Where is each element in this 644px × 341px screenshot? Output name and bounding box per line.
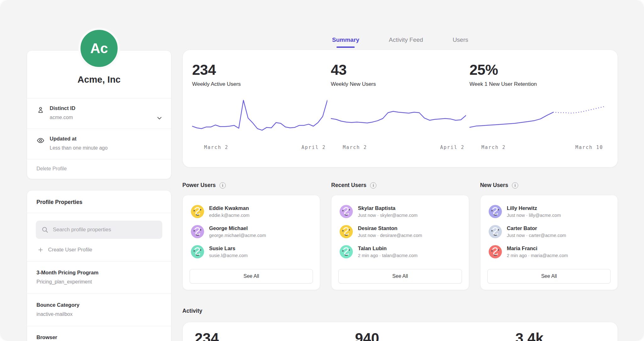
x-tick: March 2 xyxy=(343,145,367,150)
user-list-item[interactable]: Susie Lars susie.l@acme.com xyxy=(190,242,313,262)
stat-value: 234 xyxy=(192,61,331,78)
user-name: Carter Bator xyxy=(507,225,566,231)
user-list-item[interactable]: Eddie Kwakman eddie.k@acme.com xyxy=(190,201,313,222)
user-avatar xyxy=(489,245,502,258)
delete-profile-button[interactable]: Delete Profile xyxy=(27,159,171,179)
recent-users-title: Recent Users xyxy=(331,182,366,189)
avatar-face-icon xyxy=(340,205,353,218)
person-icon xyxy=(36,106,45,120)
search-input[interactable] xyxy=(36,221,162,239)
weekly-active-users-chart xyxy=(192,95,327,142)
user-subtitle: Just now · lilly@acme.com xyxy=(507,213,561,218)
user-list-item[interactable]: Lilly Herwitz Just now · lilly@acme.com xyxy=(487,201,611,222)
user-subtitle: 2 min ago · maria@acme.com xyxy=(507,253,568,258)
new-users-group: New Users i xyxy=(480,182,618,290)
user-name: Talan Lubin xyxy=(358,245,418,251)
user-avatar xyxy=(489,225,502,238)
field-distinct-id[interactable]: Distinct ID acme.com xyxy=(27,98,171,129)
field-value: Less than one minute ago xyxy=(50,145,108,151)
user-lists-row: Power Users i xyxy=(182,182,618,290)
user-avatar xyxy=(191,245,204,258)
power-users-title: Power Users xyxy=(182,182,216,189)
field-label: Distinct ID xyxy=(50,105,75,111)
eye-icon xyxy=(36,136,45,151)
user-name: Skylar Baptista xyxy=(358,205,418,211)
create-user-profile-button[interactable]: Create User Profile xyxy=(27,239,171,261)
avatar-face-icon xyxy=(340,225,353,238)
user-avatar xyxy=(191,225,204,238)
new-users-list: Lilly Herwitz Just now · lilly@acme.com xyxy=(487,201,611,262)
property-value: inactive-mailbox xyxy=(36,311,162,317)
avatar-face-icon xyxy=(340,245,353,258)
activity-stat: 3.4k xyxy=(515,330,544,341)
property-name: Bounce Category xyxy=(36,302,162,308)
avatar-face-icon xyxy=(489,205,502,218)
new-users-card: Lilly Herwitz Just now · lilly@acme.com xyxy=(480,195,618,290)
stat-weekly-active-users: 234 Weekly Active Users March 2 April 2 xyxy=(192,50,331,167)
stat-label: Weekly New Users xyxy=(331,81,469,87)
user-subtitle: Just now · carter@acme.com xyxy=(507,233,566,238)
user-list-item[interactable]: Maria Franci 2 min ago · maria@acme.com xyxy=(487,242,611,262)
recent-users-list: Skylar Baptista Just now · skyler@acme.c… xyxy=(338,201,462,262)
main-content: Summary Activity Feed Users 234 Weekly A… xyxy=(182,0,618,341)
tab-bar: Summary Activity Feed Users xyxy=(182,0,618,50)
profile-card: Acme, Inc Distinct ID acme.com xyxy=(27,50,171,179)
info-icon[interactable]: i xyxy=(512,182,518,189)
user-subtitle: Just now · desirare@acme.com xyxy=(358,233,422,238)
avatar-face-icon xyxy=(191,205,204,218)
plus-icon xyxy=(38,247,43,253)
avatar-face-icon xyxy=(191,225,204,238)
profile-property-row[interactable]: Browser Chrome xyxy=(27,326,171,341)
info-icon[interactable]: i xyxy=(370,182,376,189)
create-user-profile-label: Create User Profile xyxy=(48,247,92,253)
see-all-button[interactable]: See All xyxy=(338,269,462,283)
recent-users-group: Recent Users i xyxy=(331,182,469,290)
user-avatar xyxy=(340,245,353,258)
user-avatar xyxy=(340,205,353,218)
tab-users[interactable]: Users xyxy=(452,36,468,48)
power-users-card: Eddie Kwakman eddie.k@acme.com xyxy=(182,195,320,290)
info-icon[interactable]: i xyxy=(219,182,226,189)
user-list-item[interactable]: Desirae Stanton Just now · desirare@acme… xyxy=(338,222,462,242)
user-subtitle: Just now · skyler@acme.com xyxy=(358,213,418,218)
user-subtitle: susie.l@acme.com xyxy=(209,253,248,258)
user-subtitle: 2 min ago · talan@acme.com xyxy=(358,253,418,258)
profile-properties-title: Profile Properties xyxy=(27,190,171,213)
profile-property-row[interactable]: 3-Month Pricing Program Pricing_plan_exp… xyxy=(27,261,171,294)
stat-label: Week 1 New User Retention xyxy=(469,81,608,87)
avatar-face-icon xyxy=(489,225,502,238)
stat-label: Weekly Active Users xyxy=(192,81,331,87)
search-icon xyxy=(42,226,48,233)
sidebar: Ac Acme, Inc Distinct ID acme.com xyxy=(27,0,171,341)
user-name: Lilly Herwitz xyxy=(507,205,561,211)
user-avatar xyxy=(340,225,353,238)
tab-summary[interactable]: Summary xyxy=(332,36,359,48)
x-tick: March 2 xyxy=(204,145,228,150)
property-name: 3-Month Pricing Program xyxy=(36,270,162,276)
user-profile-dashboard: Ac Acme, Inc Distinct ID acme.com xyxy=(0,0,644,341)
company-avatar-initials: Ac xyxy=(90,41,108,56)
user-name: Susie Lars xyxy=(209,245,248,251)
user-name: Maria Franci xyxy=(507,245,568,251)
summary-stats-card: 234 Weekly Active Users March 2 April 2 … xyxy=(182,50,618,168)
user-avatar xyxy=(489,205,502,218)
user-subtitle: george.michael@acme.com xyxy=(209,233,266,238)
user-list-item[interactable]: Carter Bator Just now · carter@acme.com xyxy=(487,222,611,242)
user-list-item[interactable]: Skylar Baptista Just now · skyler@acme.c… xyxy=(338,201,462,222)
week1-retention-chart xyxy=(469,95,605,142)
activity-section-title: Activity xyxy=(182,308,618,314)
user-list-item[interactable]: George Michael george.michael@acme.com xyxy=(190,222,313,242)
stat-week1-retention: 25% Week 1 New User Retention March 2 Ma… xyxy=(469,50,608,167)
user-list-item[interactable]: Talan Lubin 2 min ago · talan@acme.com xyxy=(338,242,462,262)
x-tick: March 10 xyxy=(575,145,603,150)
tab-activity-feed[interactable]: Activity Feed xyxy=(389,36,423,48)
activity-card: 234 940 3.4k xyxy=(182,322,618,341)
profile-property-row[interactable]: Bounce Category inactive-mailbox xyxy=(27,294,171,326)
user-subtitle: eddie.k@acme.com xyxy=(209,213,249,218)
profile-properties-search xyxy=(36,221,162,239)
chevron-down-icon[interactable] xyxy=(156,115,163,123)
field-label: Updated at xyxy=(50,136,108,142)
see-all-button[interactable]: See All xyxy=(190,269,313,283)
avatar-face-icon xyxy=(191,245,204,258)
see-all-button[interactable]: See All xyxy=(487,269,611,283)
